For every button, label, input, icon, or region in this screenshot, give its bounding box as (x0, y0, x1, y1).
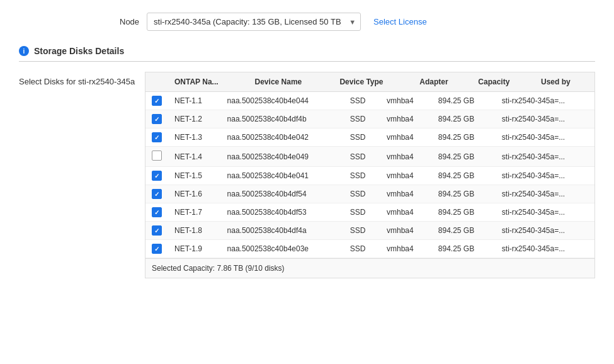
capacity-cell: 894.25 GB (432, 110, 496, 128)
adapter-cell: vmhba4 (380, 203, 432, 222)
used-by-cell: sti-rx2540-345a=... (496, 240, 594, 258)
page-container: Node sti-rx2540-345a (Capacity: 135 GB, … (0, 0, 614, 291)
table-row: NET-1.4naa.5002538c40b4e049SSDvmhba4894.… (145, 147, 594, 167)
checkbox-cell (145, 92, 168, 110)
ontap-name-cell: NET-1.6 (168, 185, 221, 203)
select-license-link[interactable]: Select License (373, 17, 427, 26)
ontap-name-cell: NET-1.5 (168, 167, 221, 185)
device-type-cell: SSD (344, 222, 380, 240)
ontap-name-cell: NET-1.9 (168, 240, 221, 258)
device-name-cell: naa.5002538c40b4df53 (221, 203, 344, 222)
checkbox-cell (145, 240, 168, 258)
disk-table-header: ONTAP Na... Device Name Device Type Adap… (145, 72, 594, 92)
table-row: NET-1.5naa.5002538c40b4e041SSDvmhba4894.… (145, 167, 594, 185)
section-header: i Storage Disks Details (19, 46, 595, 62)
disk-checkbox[interactable] (152, 151, 162, 161)
table-row: NET-1.9naa.5002538c40b4e03eSSDvmhba4894.… (145, 240, 594, 258)
device-name-cell: naa.5002538c40b4e041 (221, 167, 344, 185)
checkbox-cell (145, 203, 168, 222)
device-name-cell: naa.5002538c40b4e044 (221, 92, 344, 110)
device-type-cell: SSD (344, 240, 380, 258)
capacity-cell: 894.25 GB (432, 222, 496, 240)
disk-checkbox[interactable] (152, 189, 162, 199)
adapter-cell: vmhba4 (380, 185, 432, 203)
table-row: NET-1.7naa.5002538c40b4df53SSDvmhba4894.… (145, 203, 594, 222)
table-row: NET-1.3naa.5002538c40b4e042SSDvmhba4894.… (145, 128, 594, 147)
select-disks-label: Select Disks for sti-rx2540-345a (19, 72, 145, 278)
device-type-cell: SSD (344, 128, 380, 147)
device-name-cell: naa.5002538c40b4df54 (221, 185, 344, 203)
device-type-cell: SSD (344, 203, 380, 222)
capacity-cell: 894.25 GB (432, 167, 496, 185)
section-title: Storage Disks Details (34, 46, 124, 56)
node-label: Node (120, 17, 139, 26)
disk-checkbox[interactable] (152, 171, 162, 181)
table-row: NET-1.8naa.5002538c40b4df4aSSDvmhba4894.… (145, 222, 594, 240)
capacity-cell: 894.25 GB (432, 147, 496, 167)
content-layout: Select Disks for sti-rx2540-345a ONTAP N… (19, 72, 595, 278)
adapter-cell: vmhba4 (380, 110, 432, 128)
disk-checkbox[interactable] (152, 96, 162, 106)
checkbox-cell (145, 222, 168, 240)
info-icon: i (19, 46, 29, 56)
col-checkbox (145, 72, 168, 92)
adapter-cell: vmhba4 (380, 167, 432, 185)
checkbox-cell (145, 147, 168, 167)
disk-checkbox[interactable] (152, 244, 162, 254)
used-by-cell: sti-rx2540-345a=... (496, 222, 594, 240)
disk-checkbox[interactable] (152, 207, 162, 217)
node-select-wrapper: sti-rx2540-345a (Capacity: 135 GB, Licen… (147, 13, 361, 31)
col-adapter: Adapter (413, 72, 472, 92)
capacity-cell: 894.25 GB (432, 128, 496, 147)
checkbox-cell (145, 128, 168, 147)
device-name-cell: naa.5002538c40b4df4b (221, 110, 344, 128)
used-by-cell: sti-rx2540-345a=... (496, 92, 594, 110)
used-by-cell: sti-rx2540-345a=... (496, 167, 594, 185)
ontap-name-cell: NET-1.1 (168, 92, 221, 110)
table-row: NET-1.6naa.5002538c40b4df54SSDvmhba4894.… (145, 185, 594, 203)
table-row: NET-1.1naa.5002538c40b4e044SSDvmhba4894.… (145, 92, 594, 110)
ontap-name-cell: NET-1.3 (168, 128, 221, 147)
selected-capacity-footer: Selected Capacity: 7.86 TB (9/10 disks) (145, 258, 594, 278)
disk-checkbox[interactable] (152, 114, 162, 124)
node-select[interactable]: sti-rx2540-345a (Capacity: 135 GB, Licen… (147, 13, 361, 31)
disk-table-tbody: NET-1.1naa.5002538c40b4e044SSDvmhba4894.… (145, 92, 594, 258)
device-type-cell: SSD (344, 110, 380, 128)
col-used-by: Used by (535, 72, 594, 92)
used-by-cell: sti-rx2540-345a=... (496, 128, 594, 147)
checkbox-cell (145, 110, 168, 128)
device-type-cell: SSD (344, 167, 380, 185)
disk-table-body: NET-1.1naa.5002538c40b4e044SSDvmhba4894.… (145, 92, 594, 258)
adapter-cell: vmhba4 (380, 240, 432, 258)
checkbox-cell (145, 185, 168, 203)
table-header-row: ONTAP Na... Device Name Device Type Adap… (145, 72, 594, 92)
device-type-cell: SSD (344, 92, 380, 110)
col-device-type: Device Type (333, 72, 413, 92)
disk-checkbox[interactable] (152, 132, 162, 142)
device-type-cell: SSD (344, 185, 380, 203)
adapter-cell: vmhba4 (380, 128, 432, 147)
capacity-cell: 894.25 GB (432, 240, 496, 258)
device-name-cell: naa.5002538c40b4df4a (221, 222, 344, 240)
adapter-cell: vmhba4 (380, 222, 432, 240)
device-type-cell: SSD (344, 147, 380, 167)
capacity-cell: 894.25 GB (432, 92, 496, 110)
table-row: NET-1.2naa.5002538c40b4df4bSSDvmhba4894.… (145, 110, 594, 128)
disk-checkbox[interactable] (152, 225, 162, 236)
used-by-cell: sti-rx2540-345a=... (496, 203, 594, 222)
col-capacity: Capacity (472, 72, 535, 92)
checkbox-cell (145, 167, 168, 185)
device-name-cell: naa.5002538c40b4e049 (221, 147, 344, 167)
adapter-cell: vmhba4 (380, 147, 432, 167)
ontap-name-cell: NET-1.7 (168, 203, 221, 222)
col-device-name: Device Name (249, 72, 334, 92)
ontap-name-cell: NET-1.2 (168, 110, 221, 128)
table-area: ONTAP Na... Device Name Device Type Adap… (145, 72, 595, 278)
adapter-cell: vmhba4 (380, 92, 432, 110)
ontap-name-cell: NET-1.8 (168, 222, 221, 240)
table-scroll-container[interactable]: NET-1.1naa.5002538c40b4e044SSDvmhba4894.… (145, 92, 594, 258)
device-name-cell: naa.5002538c40b4e042 (221, 128, 344, 147)
ontap-name-cell: NET-1.4 (168, 147, 221, 167)
used-by-cell: sti-rx2540-345a=... (496, 110, 594, 128)
col-ontap-name: ONTAP Na... (168, 72, 249, 92)
